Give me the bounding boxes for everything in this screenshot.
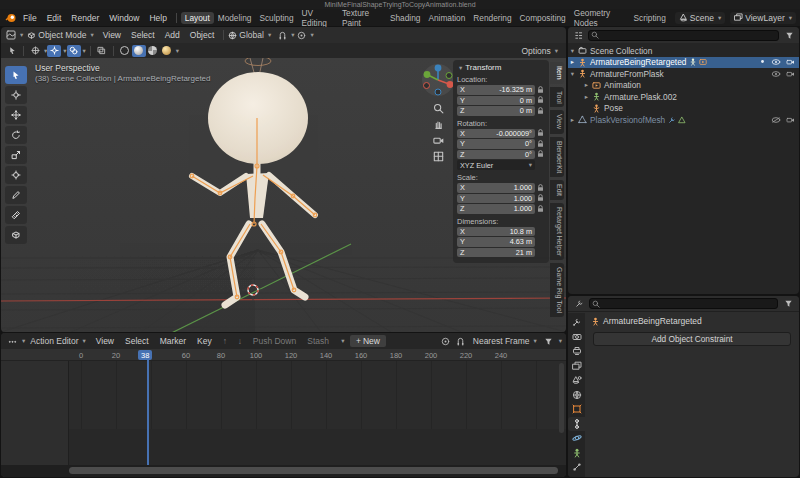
- ds-menu-key[interactable]: Key: [192, 336, 217, 346]
- tab-constraints[interactable]: [568, 417, 585, 432]
- stash-button[interactable]: Stash: [302, 336, 334, 346]
- viewport-menu-select[interactable]: Select: [126, 30, 160, 40]
- disclosure-icon[interactable]: ▸: [582, 81, 591, 89]
- hide-eye-icon[interactable]: [771, 116, 781, 124]
- ds-menu-select[interactable]: Select: [120, 336, 154, 346]
- shading-material-icon[interactable]: [146, 45, 160, 57]
- scale-y-field[interactable]: Y1.000: [457, 194, 535, 204]
- menu-window[interactable]: Window: [104, 13, 144, 23]
- sidebar-tab-retarget-helper[interactable]: Retarget Helper: [550, 203, 564, 260]
- sidebar-tab-game-rig-tool[interactable]: Game Rig Tool: [550, 263, 564, 317]
- scale-tool-icon[interactable]: [5, 146, 27, 164]
- filter-icon[interactable]: [781, 298, 795, 310]
- tab-physics[interactable]: [568, 431, 585, 446]
- outliner-row-plask-version-of-mesh[interactable]: ▸ PlaskVersionofMesh: [568, 114, 799, 126]
- move-up-icon[interactable]: ↑: [218, 335, 232, 347]
- menu-file[interactable]: File: [18, 13, 42, 23]
- lock-icon[interactable]: [535, 107, 545, 115]
- transform-orientation-dropdown[interactable]: Global ▾: [228, 30, 271, 40]
- editor-type-properties-icon[interactable]: [572, 298, 586, 310]
- scrollbar-thumb[interactable]: [69, 467, 558, 474]
- tweak-select-tool-icon[interactable]: [5, 66, 27, 84]
- annotate-tool-icon[interactable]: [5, 186, 27, 204]
- tab-tool[interactable]: [568, 315, 585, 330]
- scale-z-field[interactable]: Z1.000: [457, 204, 535, 214]
- viewport-menu-add[interactable]: Add: [160, 30, 185, 40]
- character-mesh[interactable]: [192, 72, 315, 305]
- hide-eye-icon[interactable]: [771, 58, 781, 66]
- show-overlays-toggle-icon[interactable]: [67, 45, 81, 57]
- workspace-tab-sculpting[interactable]: Sculpting: [255, 12, 297, 24]
- menu-edit[interactable]: Edit: [42, 13, 67, 23]
- outliner-row-armature-from-plask[interactable]: ▾ ArmatureFromPlask: [568, 68, 799, 80]
- editor-mode-dropdown[interactable]: Action Editor ▾: [30, 336, 85, 346]
- workspace-tab-scripting[interactable]: Scripting: [630, 12, 670, 24]
- workspace-tab-compositing[interactable]: Compositing: [516, 12, 570, 24]
- lock-icon[interactable]: [535, 129, 545, 137]
- playhead[interactable]: [147, 359, 149, 465]
- disclosure-icon[interactable]: ▸: [582, 93, 591, 101]
- channel-region[interactable]: [1, 361, 69, 465]
- tab-render[interactable]: [568, 330, 585, 345]
- dimensions-z-field[interactable]: Z21 m: [457, 248, 535, 258]
- scale-x-field[interactable]: X1.000: [457, 183, 535, 193]
- tab-bone[interactable]: [568, 460, 585, 475]
- tab-view-layer[interactable]: [568, 359, 585, 374]
- location-z-field[interactable]: Z0 m: [457, 106, 535, 116]
- location-x-field[interactable]: X-16.325 m: [457, 85, 535, 95]
- workspace-tab-rendering[interactable]: Rendering: [469, 12, 515, 24]
- active-tool-icon[interactable]: [5, 45, 19, 57]
- browse-action-icon[interactable]: ▾: [335, 335, 349, 347]
- rotation-mode-dropdown[interactable]: XYZ Euler▾: [457, 160, 535, 170]
- workspace-tab-animation[interactable]: Animation: [424, 12, 469, 24]
- shading-wireframe-icon[interactable]: [118, 45, 132, 57]
- pan-hand-icon[interactable]: [433, 119, 444, 130]
- rotation-y-field[interactable]: Y0°: [457, 139, 535, 149]
- disclosure-icon[interactable]: ▾: [568, 47, 577, 55]
- zoom-icon[interactable]: [433, 103, 444, 114]
- cursor-tool-icon[interactable]: [5, 86, 27, 104]
- horizontal-scrollbar[interactable]: [1, 465, 566, 477]
- mode-dropdown[interactable]: Object Mode ▾: [27, 30, 93, 40]
- armature-icon[interactable]: [591, 317, 600, 326]
- hide-eye-icon[interactable]: [771, 70, 781, 78]
- menu-render[interactable]: Render: [66, 13, 104, 23]
- lock-icon[interactable]: [535, 205, 545, 213]
- outliner-search-input[interactable]: [588, 30, 779, 41]
- push-down-button[interactable]: Push Down: [248, 336, 301, 346]
- sidebar-tab-tool[interactable]: Tool: [550, 87, 564, 108]
- disclosure-icon[interactable]: ▸: [568, 58, 577, 66]
- editor-type-outliner-icon[interactable]: [571, 29, 585, 41]
- toggle-projection-icon[interactable]: [433, 151, 444, 162]
- ds-menu-marker[interactable]: Marker: [155, 336, 191, 346]
- view-layer-selector[interactable]: ViewLayer ▾: [730, 12, 796, 24]
- workspace-tab-layout[interactable]: Layout: [181, 12, 214, 24]
- camera-view-icon[interactable]: [433, 135, 444, 146]
- snap-magnet-icon[interactable]: [275, 29, 289, 41]
- blender-logo-icon[interactable]: [4, 12, 18, 24]
- shading-solid-icon[interactable]: [132, 45, 146, 57]
- outliner-row-armature-being-retargeted[interactable]: ▸ ArmatureBeingRetargeted: [568, 57, 799, 69]
- timeline-ruler[interactable]: 0 20 60 80 100 120 140 160 180 200 220 2…: [1, 349, 566, 361]
- tab-object[interactable]: [568, 402, 585, 417]
- menu-help[interactable]: Help: [144, 13, 171, 23]
- sidebar-tab-edit[interactable]: Edit: [550, 180, 564, 200]
- proportional-editing-icon[interactable]: [439, 335, 453, 347]
- tab-output[interactable]: [568, 344, 585, 359]
- scene-selector[interactable]: Scene ▾: [675, 12, 725, 24]
- viewport-menu-view[interactable]: View: [98, 30, 126, 40]
- editor-type-3d-viewport-icon[interactable]: [4, 29, 18, 41]
- snap-magnet-icon[interactable]: [454, 335, 468, 347]
- outliner-row-armature-plask-002[interactable]: ▸ Armature.Plask.002: [568, 91, 799, 103]
- disclosure-icon[interactable]: ▸: [568, 116, 577, 124]
- add-object-constraint-button[interactable]: Add Object Constraint: [593, 332, 791, 346]
- rotate-tool-icon[interactable]: [5, 126, 27, 144]
- rotation-x-field[interactable]: X-0.000009°: [457, 129, 535, 139]
- add-primitive-tool-icon[interactable]: [5, 226, 27, 244]
- sidebar-tab-view[interactable]: View: [550, 110, 564, 133]
- filter-icon[interactable]: [782, 29, 796, 41]
- workspace-tab-texture-paint[interactable]: Texture Paint: [338, 7, 386, 29]
- workspace-tab-shading[interactable]: Shading: [386, 12, 424, 24]
- lock-icon[interactable]: [535, 86, 545, 94]
- tab-object-data[interactable]: [568, 446, 585, 461]
